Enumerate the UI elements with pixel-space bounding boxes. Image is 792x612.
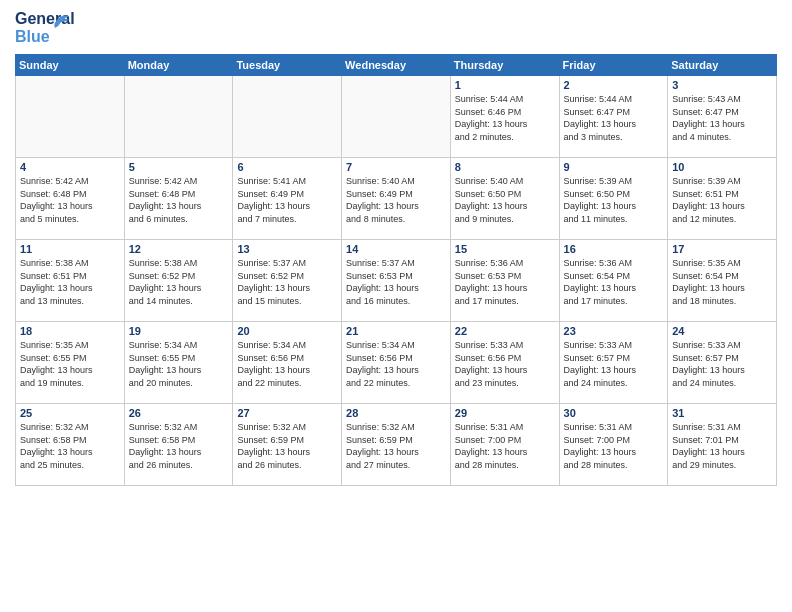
day-number: 23 [564, 325, 664, 337]
day-number: 29 [455, 407, 555, 419]
calendar-day-13: 13Sunrise: 5:37 AM Sunset: 6:52 PM Dayli… [233, 240, 342, 322]
calendar-day-24: 24Sunrise: 5:33 AM Sunset: 6:57 PM Dayli… [668, 322, 777, 404]
weekday-header-thursday: Thursday [450, 55, 559, 76]
day-number: 31 [672, 407, 772, 419]
day-info: Sunrise: 5:40 AM Sunset: 6:49 PM Dayligh… [346, 175, 446, 225]
calendar-day-28: 28Sunrise: 5:32 AM Sunset: 6:59 PM Dayli… [342, 404, 451, 486]
day-info: Sunrise: 5:32 AM Sunset: 6:58 PM Dayligh… [20, 421, 120, 471]
calendar-day-14: 14Sunrise: 5:37 AM Sunset: 6:53 PM Dayli… [342, 240, 451, 322]
day-info: Sunrise: 5:37 AM Sunset: 6:53 PM Dayligh… [346, 257, 446, 307]
calendar-day-2: 2Sunrise: 5:44 AM Sunset: 6:47 PM Daylig… [559, 76, 668, 158]
calendar-day-20: 20Sunrise: 5:34 AM Sunset: 6:56 PM Dayli… [233, 322, 342, 404]
calendar-day-1: 1Sunrise: 5:44 AM Sunset: 6:46 PM Daylig… [450, 76, 559, 158]
day-number: 1 [455, 79, 555, 91]
calendar-empty-cell [342, 76, 451, 158]
day-number: 7 [346, 161, 446, 173]
day-info: Sunrise: 5:33 AM Sunset: 6:56 PM Dayligh… [455, 339, 555, 389]
day-number: 16 [564, 243, 664, 255]
day-number: 12 [129, 243, 229, 255]
day-info: Sunrise: 5:42 AM Sunset: 6:48 PM Dayligh… [129, 175, 229, 225]
day-number: 17 [672, 243, 772, 255]
day-number: 30 [564, 407, 664, 419]
calendar-day-15: 15Sunrise: 5:36 AM Sunset: 6:53 PM Dayli… [450, 240, 559, 322]
calendar-day-4: 4Sunrise: 5:42 AM Sunset: 6:48 PM Daylig… [16, 158, 125, 240]
calendar-day-9: 9Sunrise: 5:39 AM Sunset: 6:50 PM Daylig… [559, 158, 668, 240]
day-number: 14 [346, 243, 446, 255]
calendar-empty-cell [16, 76, 125, 158]
day-info: Sunrise: 5:41 AM Sunset: 6:49 PM Dayligh… [237, 175, 337, 225]
day-number: 13 [237, 243, 337, 255]
weekday-header-tuesday: Tuesday [233, 55, 342, 76]
day-info: Sunrise: 5:44 AM Sunset: 6:47 PM Dayligh… [564, 93, 664, 143]
calendar-day-27: 27Sunrise: 5:32 AM Sunset: 6:59 PM Dayli… [233, 404, 342, 486]
day-info: Sunrise: 5:36 AM Sunset: 6:53 PM Dayligh… [455, 257, 555, 307]
calendar-day-16: 16Sunrise: 5:36 AM Sunset: 6:54 PM Dayli… [559, 240, 668, 322]
calendar-empty-cell [233, 76, 342, 158]
calendar-day-8: 8Sunrise: 5:40 AM Sunset: 6:50 PM Daylig… [450, 158, 559, 240]
calendar-day-5: 5Sunrise: 5:42 AM Sunset: 6:48 PM Daylig… [124, 158, 233, 240]
calendar-empty-cell [124, 76, 233, 158]
day-info: Sunrise: 5:43 AM Sunset: 6:47 PM Dayligh… [672, 93, 772, 143]
calendar-day-6: 6Sunrise: 5:41 AM Sunset: 6:49 PM Daylig… [233, 158, 342, 240]
calendar-week-row: 1Sunrise: 5:44 AM Sunset: 6:46 PM Daylig… [16, 76, 777, 158]
weekday-header-wednesday: Wednesday [342, 55, 451, 76]
day-info: Sunrise: 5:32 AM Sunset: 6:59 PM Dayligh… [237, 421, 337, 471]
day-number: 3 [672, 79, 772, 91]
day-info: Sunrise: 5:31 AM Sunset: 7:00 PM Dayligh… [455, 421, 555, 471]
page-header: General Blue [15, 10, 777, 48]
calendar-day-19: 19Sunrise: 5:34 AM Sunset: 6:55 PM Dayli… [124, 322, 233, 404]
day-number: 21 [346, 325, 446, 337]
day-info: Sunrise: 5:36 AM Sunset: 6:54 PM Dayligh… [564, 257, 664, 307]
day-info: Sunrise: 5:35 AM Sunset: 6:54 PM Dayligh… [672, 257, 772, 307]
day-info: Sunrise: 5:37 AM Sunset: 6:52 PM Dayligh… [237, 257, 337, 307]
day-info: Sunrise: 5:34 AM Sunset: 6:55 PM Dayligh… [129, 339, 229, 389]
day-number: 18 [20, 325, 120, 337]
day-number: 26 [129, 407, 229, 419]
calendar-day-7: 7Sunrise: 5:40 AM Sunset: 6:49 PM Daylig… [342, 158, 451, 240]
calendar-day-18: 18Sunrise: 5:35 AM Sunset: 6:55 PM Dayli… [16, 322, 125, 404]
day-info: Sunrise: 5:31 AM Sunset: 7:01 PM Dayligh… [672, 421, 772, 471]
day-number: 20 [237, 325, 337, 337]
calendar-day-23: 23Sunrise: 5:33 AM Sunset: 6:57 PM Dayli… [559, 322, 668, 404]
day-info: Sunrise: 5:38 AM Sunset: 6:51 PM Dayligh… [20, 257, 120, 307]
calendar-day-29: 29Sunrise: 5:31 AM Sunset: 7:00 PM Dayli… [450, 404, 559, 486]
day-info: Sunrise: 5:39 AM Sunset: 6:51 PM Dayligh… [672, 175, 772, 225]
weekday-header-saturday: Saturday [668, 55, 777, 76]
day-info: Sunrise: 5:39 AM Sunset: 6:50 PM Dayligh… [564, 175, 664, 225]
weekday-header-row: SundayMondayTuesdayWednesdayThursdayFrid… [16, 55, 777, 76]
logo: General Blue [15, 10, 63, 48]
calendar-day-26: 26Sunrise: 5:32 AM Sunset: 6:58 PM Dayli… [124, 404, 233, 486]
calendar-week-row: 25Sunrise: 5:32 AM Sunset: 6:58 PM Dayli… [16, 404, 777, 486]
day-info: Sunrise: 5:44 AM Sunset: 6:46 PM Dayligh… [455, 93, 555, 143]
day-number: 22 [455, 325, 555, 337]
weekday-header-friday: Friday [559, 55, 668, 76]
calendar-day-30: 30Sunrise: 5:31 AM Sunset: 7:00 PM Dayli… [559, 404, 668, 486]
day-number: 15 [455, 243, 555, 255]
day-info: Sunrise: 5:40 AM Sunset: 6:50 PM Dayligh… [455, 175, 555, 225]
day-info: Sunrise: 5:31 AM Sunset: 7:00 PM Dayligh… [564, 421, 664, 471]
day-info: Sunrise: 5:34 AM Sunset: 6:56 PM Dayligh… [237, 339, 337, 389]
day-info: Sunrise: 5:34 AM Sunset: 6:56 PM Dayligh… [346, 339, 446, 389]
day-info: Sunrise: 5:35 AM Sunset: 6:55 PM Dayligh… [20, 339, 120, 389]
calendar-day-12: 12Sunrise: 5:38 AM Sunset: 6:52 PM Dayli… [124, 240, 233, 322]
day-number: 27 [237, 407, 337, 419]
day-info: Sunrise: 5:32 AM Sunset: 6:59 PM Dayligh… [346, 421, 446, 471]
weekday-header-sunday: Sunday [16, 55, 125, 76]
day-number: 19 [129, 325, 229, 337]
day-number: 9 [564, 161, 664, 173]
calendar-week-row: 4Sunrise: 5:42 AM Sunset: 6:48 PM Daylig… [16, 158, 777, 240]
day-info: Sunrise: 5:38 AM Sunset: 6:52 PM Dayligh… [129, 257, 229, 307]
calendar-day-31: 31Sunrise: 5:31 AM Sunset: 7:01 PM Dayli… [668, 404, 777, 486]
day-number: 2 [564, 79, 664, 91]
day-info: Sunrise: 5:42 AM Sunset: 6:48 PM Dayligh… [20, 175, 120, 225]
day-info: Sunrise: 5:33 AM Sunset: 6:57 PM Dayligh… [564, 339, 664, 389]
weekday-header-monday: Monday [124, 55, 233, 76]
calendar-day-22: 22Sunrise: 5:33 AM Sunset: 6:56 PM Dayli… [450, 322, 559, 404]
day-number: 24 [672, 325, 772, 337]
calendar-day-10: 10Sunrise: 5:39 AM Sunset: 6:51 PM Dayli… [668, 158, 777, 240]
calendar-day-11: 11Sunrise: 5:38 AM Sunset: 6:51 PM Dayli… [16, 240, 125, 322]
calendar-day-17: 17Sunrise: 5:35 AM Sunset: 6:54 PM Dayli… [668, 240, 777, 322]
calendar-day-3: 3Sunrise: 5:43 AM Sunset: 6:47 PM Daylig… [668, 76, 777, 158]
calendar-week-row: 11Sunrise: 5:38 AM Sunset: 6:51 PM Dayli… [16, 240, 777, 322]
calendar-day-25: 25Sunrise: 5:32 AM Sunset: 6:58 PM Dayli… [16, 404, 125, 486]
